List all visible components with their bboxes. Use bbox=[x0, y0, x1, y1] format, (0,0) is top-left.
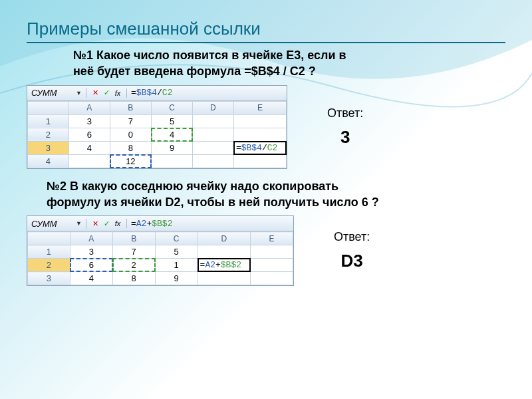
formula-bar: СУММ▼ ✕ ✓ fx =A2+$B$2 bbox=[27, 216, 293, 231]
answer-label: Ответ: bbox=[334, 230, 370, 244]
cell[interactable]: 4 bbox=[70, 272, 112, 285]
row-header[interactable]: 1 bbox=[28, 245, 70, 259]
cell[interactable] bbox=[251, 259, 293, 272]
answer-label: Ответ: bbox=[327, 106, 363, 120]
cell[interactable]: 7 bbox=[112, 245, 155, 259]
formula-text[interactable]: =$B$4/C2 bbox=[127, 88, 176, 98]
cell[interactable]: 9 bbox=[155, 272, 198, 285]
cancel-icon[interactable]: ✕ bbox=[90, 88, 100, 98]
question-1: №1 Какое число появится в ячейке E3, есл… bbox=[73, 47, 505, 80]
row-header[interactable]: 2 bbox=[28, 128, 69, 141]
cancel-icon[interactable]: ✕ bbox=[90, 219, 100, 228]
cell[interactable] bbox=[192, 114, 233, 128]
cell[interactable] bbox=[152, 154, 193, 168]
excel-table-1: СУММ▼ ✕ ✓ fx =$B$4/C2 A B C D E bbox=[27, 85, 287, 169]
dropdown-icon: ▼ bbox=[76, 90, 82, 96]
answer-value: D3 bbox=[334, 251, 370, 271]
fx-icon[interactable]: fx bbox=[113, 219, 122, 228]
enter-icon[interactable]: ✓ bbox=[102, 88, 111, 98]
cell[interactable] bbox=[233, 128, 286, 141]
answer-value: 3 bbox=[327, 127, 363, 148]
cell[interactable]: 8 bbox=[112, 272, 155, 285]
formula-buttons: ✕ ✓ fx bbox=[86, 219, 127, 228]
cell[interactable]: 0 bbox=[110, 128, 151, 141]
cell[interactable]: 2 bbox=[112, 259, 155, 272]
cell[interactable]: 4 bbox=[68, 141, 110, 154]
excel-table-2: СУММ▼ ✕ ✓ fx =A2+$B$2 A B C D E bbox=[27, 215, 294, 286]
row-header[interactable]: 3 bbox=[28, 272, 70, 285]
cell[interactable] bbox=[192, 141, 233, 154]
col-header[interactable]: A bbox=[68, 101, 110, 114]
cell[interactable] bbox=[233, 114, 286, 128]
cell[interactable]: 6 bbox=[70, 259, 112, 272]
col-header[interactable]: B bbox=[112, 232, 155, 245]
cell[interactable]: 9 bbox=[152, 141, 193, 154]
page-title: Примеры смешанной ссылки bbox=[27, 19, 505, 39]
title-underline bbox=[27, 42, 505, 43]
cell[interactable]: 5 bbox=[152, 114, 193, 128]
answer-1: Ответ: 3 bbox=[327, 106, 363, 148]
name-box[interactable]: СУММ▼ bbox=[27, 219, 86, 229]
spreadsheet-grid-1: A B C D E 1 3 7 5 2 6 0 bbox=[27, 101, 287, 168]
cell[interactable]: 3 bbox=[68, 114, 110, 128]
name-box[interactable]: СУММ▼ bbox=[27, 88, 86, 98]
cell[interactable]: 12 bbox=[110, 154, 151, 168]
cell[interactable] bbox=[192, 128, 233, 141]
cell[interactable] bbox=[192, 154, 233, 168]
col-header[interactable]: D bbox=[192, 101, 233, 114]
cell[interactable]: 5 bbox=[155, 245, 198, 259]
cell-active[interactable]: =A2+$B$2 bbox=[198, 259, 251, 272]
formula-bar: СУММ▼ ✕ ✓ fx =$B$4/C2 bbox=[27, 86, 287, 101]
col-header[interactable]: C bbox=[155, 232, 198, 245]
question-2: №2 В какую соседнюю ячейку надо скопиров… bbox=[47, 178, 505, 211]
row-header[interactable]: 1 bbox=[28, 114, 69, 128]
enter-icon[interactable]: ✓ bbox=[102, 219, 111, 228]
answer-2: Ответ: D3 bbox=[334, 230, 370, 271]
col-header[interactable]: D bbox=[198, 232, 251, 245]
row-header[interactable]: 2 bbox=[28, 259, 70, 272]
formula-buttons: ✕ ✓ fx bbox=[86, 88, 127, 98]
fx-icon[interactable]: fx bbox=[113, 88, 122, 98]
col-header[interactable]: A bbox=[70, 232, 112, 245]
cell[interactable] bbox=[251, 272, 293, 285]
col-header[interactable]: B bbox=[110, 101, 151, 114]
cell[interactable]: 7 bbox=[110, 114, 151, 128]
cell[interactable]: 6 bbox=[68, 128, 110, 141]
col-header[interactable]: C bbox=[152, 101, 193, 114]
select-all-corner[interactable] bbox=[28, 232, 70, 245]
cell-active[interactable]: =$B$4/C2 bbox=[233, 141, 286, 154]
cell[interactable] bbox=[233, 154, 286, 168]
col-header[interactable]: E bbox=[251, 232, 293, 245]
cell[interactable]: 8 bbox=[110, 141, 151, 154]
cell[interactable] bbox=[68, 154, 110, 168]
row-header[interactable]: 3 bbox=[28, 141, 69, 154]
cell[interactable]: 3 bbox=[70, 245, 112, 259]
cell[interactable]: 4 bbox=[152, 128, 193, 141]
cell[interactable]: 1 bbox=[155, 259, 198, 272]
select-all-corner[interactable] bbox=[28, 101, 69, 114]
col-header[interactable]: E bbox=[233, 101, 286, 114]
row-header[interactable]: 4 bbox=[28, 154, 69, 168]
spreadsheet-grid-2: A B C D E 1 3 7 5 2 6 2 bbox=[27, 231, 293, 285]
formula-text[interactable]: =A2+$B$2 bbox=[127, 219, 176, 229]
cell[interactable] bbox=[251, 245, 293, 259]
cell[interactable] bbox=[198, 272, 251, 285]
dropdown-icon: ▼ bbox=[76, 220, 82, 227]
cell[interactable] bbox=[198, 245, 251, 259]
